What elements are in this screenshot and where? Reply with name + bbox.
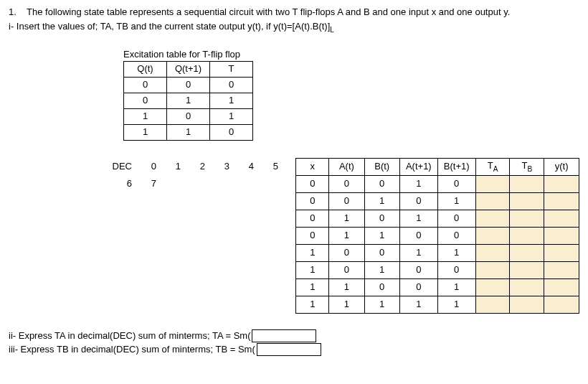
state-cell xyxy=(510,227,544,244)
state-cell: 1 xyxy=(296,261,329,278)
state-cell: 1 xyxy=(296,296,329,313)
question-sub-text: i- Insert the values of; TA, TB and the … xyxy=(9,21,330,32)
excitation-section: Excitation table for T-flip flop Q(t) Q(… xyxy=(123,48,579,141)
dec-label: 4 xyxy=(231,158,255,175)
state-cell xyxy=(510,296,544,313)
state-cell: 0 xyxy=(399,227,437,244)
state-cell: 1 xyxy=(329,227,364,244)
state-cell: 1 xyxy=(296,278,329,296)
dec-label: 7 xyxy=(133,175,158,192)
state-cell xyxy=(475,227,510,244)
ta-answer-box[interactable] xyxy=(252,329,316,342)
state-cell: 1 xyxy=(437,244,475,261)
state-cell xyxy=(510,244,544,261)
state-cell: 0 xyxy=(329,175,364,192)
table-row: 1 1 0 xyxy=(124,124,253,140)
dec-label: 2 xyxy=(182,158,207,175)
state-header: TA xyxy=(475,158,510,175)
state-cell xyxy=(510,210,544,227)
table-row: 00010 xyxy=(296,175,579,192)
table-row: 0 0 0 xyxy=(124,77,253,93)
excitation-cell: 1 xyxy=(124,108,167,124)
state-cell: 0 xyxy=(364,210,399,227)
state-cell: 0 xyxy=(329,244,364,261)
dec-label: 0 xyxy=(133,158,158,175)
question-main-text: The following state table represents a s… xyxy=(27,6,510,17)
state-cell: 1 xyxy=(364,261,399,278)
state-cell xyxy=(544,261,579,278)
dec-label-column: DEC01234567 xyxy=(109,158,295,192)
excitation-cell: 0 xyxy=(210,124,253,140)
bottom-line-iii: iii- Express TB in decimal(DEC) sum of m… xyxy=(9,343,579,356)
state-cell: 0 xyxy=(296,175,329,192)
table-row: 01010 xyxy=(296,210,579,227)
state-cell xyxy=(475,210,510,227)
state-cell xyxy=(544,192,579,210)
state-cell: 1 xyxy=(437,192,475,210)
table-row: 0 1 1 xyxy=(124,93,253,108)
state-cell: 0 xyxy=(399,192,437,210)
state-header: x xyxy=(296,158,329,175)
state-cell: 0 xyxy=(437,261,475,278)
state-cell: 1 xyxy=(329,296,364,313)
state-cell xyxy=(475,296,510,313)
excitation-cell: 0 xyxy=(167,77,210,93)
excitation-caption: Excitation table for T-flip flop xyxy=(123,48,579,61)
excitation-cell: 1 xyxy=(210,93,253,108)
excitation-cell: 0 xyxy=(124,77,167,93)
state-table: xA(t)B(t)A(t+1)B(t+1)TATBy(t)00010001010… xyxy=(295,158,579,314)
state-cell: 1 xyxy=(399,175,437,192)
state-cell xyxy=(475,192,510,210)
table-row: 00101 xyxy=(296,192,579,210)
dec-label: 3 xyxy=(207,158,231,175)
state-cell xyxy=(544,210,579,227)
line-ii-text: ii- Express TA in decimal(DEC) sum of mi… xyxy=(9,329,250,342)
state-header: B(t) xyxy=(364,158,399,175)
state-cell: 0 xyxy=(364,244,399,261)
state-cell xyxy=(475,261,510,278)
state-cell: 0 xyxy=(296,192,329,210)
table-row: 01100 xyxy=(296,227,579,244)
state-cell xyxy=(475,244,510,261)
excitation-header: Q(t+1) xyxy=(167,61,210,77)
excitation-header: T xyxy=(210,61,253,77)
state-cell: 0 xyxy=(329,261,364,278)
excitation-cell: 0 xyxy=(124,93,167,108)
state-cell: 1 xyxy=(399,244,437,261)
table-row: 10100 xyxy=(296,261,579,278)
excitation-cell: 1 xyxy=(167,124,210,140)
question-sub-suffix: L xyxy=(330,26,334,34)
line-iii-text: iii- Express TB in decimal(DEC) sum of m… xyxy=(9,343,255,356)
table-row: 11001 xyxy=(296,278,579,296)
state-cell xyxy=(475,175,510,192)
table-row: 1 0 1 xyxy=(124,108,253,124)
table-row: Q(t) Q(t+1) T xyxy=(124,61,253,77)
state-cell: 1 xyxy=(399,210,437,227)
state-cell xyxy=(544,227,579,244)
dec-label: 5 xyxy=(255,158,280,175)
state-cell: 0 xyxy=(296,210,329,227)
state-cell: 1 xyxy=(364,296,399,313)
excitation-cell: 1 xyxy=(124,124,167,140)
state-cell xyxy=(544,244,579,261)
state-cell: 0 xyxy=(437,210,475,227)
tb-answer-box[interactable] xyxy=(257,343,321,356)
state-cell: 1 xyxy=(399,296,437,313)
state-cell: 0 xyxy=(399,278,437,296)
excitation-cell: 0 xyxy=(210,77,253,93)
state-cell xyxy=(475,278,510,296)
dec-label: 1 xyxy=(158,158,182,175)
state-header: y(t) xyxy=(544,158,579,175)
table-row: 11111 xyxy=(296,296,579,313)
state-cell: 1 xyxy=(437,296,475,313)
state-cell: 0 xyxy=(399,261,437,278)
question-line-1: 1. The following state table represents … xyxy=(9,6,579,19)
state-header: A(t+1) xyxy=(399,158,437,175)
excitation-cell: 1 xyxy=(210,108,253,124)
dec-header: DEC xyxy=(109,158,133,175)
state-cell: 0 xyxy=(437,175,475,192)
state-cell: 1 xyxy=(364,192,399,210)
state-cell: 0 xyxy=(437,227,475,244)
state-cell: 0 xyxy=(296,227,329,244)
state-cell xyxy=(510,261,544,278)
